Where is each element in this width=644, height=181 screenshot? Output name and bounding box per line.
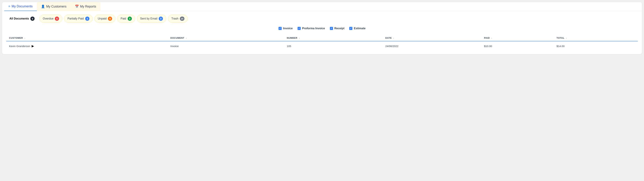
filter-overdue-label: Overdue <box>43 17 54 20</box>
doc-type-proforma-invoice[interactable]: Proforma Invoice <box>298 27 325 30</box>
cell-customer: Kevin Granderson ▶ <box>6 41 168 51</box>
doc-type-invoice-label: Invoice <box>283 27 293 30</box>
table-row[interactable]: Kevin Granderson ▶ Invoice 105 24/06/202… <box>6 41 638 51</box>
filter-tab-partially-paid[interactable]: Partially Paid 4 <box>64 15 92 23</box>
cell-total: $14.00 <box>554 41 638 51</box>
customers-icon: 👤 <box>41 4 45 8</box>
col-number-sort-icon: ↕ <box>299 37 300 39</box>
cell-paid: $10.00 <box>481 41 554 51</box>
tab-my-customers-label: My Customers <box>46 5 66 8</box>
filter-tab-sent-by-email[interactable]: Sent by Email 0 <box>137 15 166 23</box>
col-document-sort-icon: ↕ <box>186 37 187 39</box>
doc-type-estimate-label: Estimate <box>354 27 366 30</box>
filter-trash-label: Trash <box>171 17 178 20</box>
filter-partially-paid-badge: 4 <box>85 16 90 21</box>
top-tabs: ≡ My Documents 👤 My Customers 📅 My Repor… <box>2 2 642 11</box>
cell-document: Invoice <box>168 41 284 51</box>
filter-unpaid-badge: 6 <box>108 16 112 21</box>
filter-tab-paid[interactable]: Paid 3 <box>117 15 135 23</box>
filter-tab-overdue[interactable]: Overdue 6 <box>40 15 62 23</box>
doc-type-proforma-invoice-label: Proforma Invoice <box>302 27 325 30</box>
col-number-label: NUMBER <box>287 37 298 39</box>
reports-icon: 📅 <box>75 4 79 8</box>
filter-sent-by-email-label: Sent by Email <box>140 17 158 20</box>
filter-tab-all[interactable]: All Documents 9 <box>6 15 38 22</box>
doc-type-receipt-label: Receipt <box>334 27 344 30</box>
col-paid-sort-icon: ↕ <box>491 37 492 39</box>
tab-my-customers[interactable]: 👤 My Customers <box>37 2 71 11</box>
content-area: All Documents 9 Overdue 6 Partially Paid… <box>2 11 642 54</box>
filter-all-label: All Documents <box>10 17 29 20</box>
col-customer-label: CUSTOMER <box>9 37 23 39</box>
receipt-checkbox[interactable] <box>330 27 333 30</box>
col-header-number[interactable]: NUMBER ↕ <box>284 35 382 41</box>
tab-my-documents[interactable]: ≡ My Documents <box>4 2 37 11</box>
invoice-checkbox[interactable] <box>278 27 282 30</box>
col-header-date[interactable]: DATE ↕ <box>382 35 481 41</box>
proforma-invoice-checkbox[interactable] <box>298 27 301 30</box>
table-body: Kevin Granderson ▶ Invoice 105 24/06/202… <box>6 41 638 51</box>
documents-table: CUSTOMER ↕ DOCUMENT ↕ NUMBER ↕ DATE ↕ <box>6 35 638 51</box>
documents-icon: ≡ <box>8 4 10 8</box>
filter-unpaid-label: Unpaid <box>98 17 107 20</box>
cursor-icon: ▶ <box>32 44 34 48</box>
col-header-total[interactable]: TOTAL ↕ <box>554 35 638 41</box>
filter-tabs: All Documents 9 Overdue 6 Partially Paid… <box>6 15 638 23</box>
tab-my-documents-label: My Documents <box>12 4 33 8</box>
filter-partially-paid-label: Partially Paid <box>68 17 84 20</box>
filter-tab-unpaid[interactable]: Unpaid 6 <box>94 15 116 23</box>
table-header-row: CUSTOMER ↕ DOCUMENT ↕ NUMBER ↕ DATE ↕ <box>6 35 638 41</box>
main-container: ≡ My Documents 👤 My Customers 📅 My Repor… <box>2 2 642 54</box>
col-date-label: DATE <box>386 37 392 39</box>
cell-number: 105 <box>284 41 382 51</box>
filter-tab-trash[interactable]: Trash 25 <box>168 15 188 23</box>
doc-types: Invoice Proforma Invoice Receipt Estimat… <box>6 27 638 30</box>
col-document-label: DOCUMENT <box>170 37 184 39</box>
filter-all-badge: 9 <box>30 16 34 21</box>
estimate-checkbox[interactable] <box>349 27 352 30</box>
filter-sent-by-email-badge: 0 <box>159 16 163 21</box>
cell-date: 24/06/2022 <box>382 41 481 51</box>
col-total-label: TOTAL <box>556 37 564 39</box>
col-header-customer[interactable]: CUSTOMER ↕ <box>6 35 168 41</box>
col-date-sort-icon: ↕ <box>393 37 394 39</box>
filter-trash-badge: 25 <box>180 16 184 21</box>
col-header-document[interactable]: DOCUMENT ↕ <box>168 35 284 41</box>
filter-paid-label: Paid <box>120 17 126 20</box>
doc-type-invoice[interactable]: Invoice <box>278 27 293 30</box>
doc-type-receipt[interactable]: Receipt <box>330 27 344 30</box>
filter-paid-badge: 3 <box>128 16 132 21</box>
col-total-sort-icon: ↕ <box>566 37 567 39</box>
tab-my-reports[interactable]: 📅 My Reports <box>71 2 100 11</box>
tab-my-reports-label: My Reports <box>80 5 96 8</box>
col-header-paid[interactable]: PAID ↕ <box>481 35 554 41</box>
customer-name: Kevin Granderson <box>9 45 30 48</box>
col-customer-sort-icon: ↕ <box>24 37 26 39</box>
doc-type-estimate[interactable]: Estimate <box>349 27 366 30</box>
col-paid-label: PAID <box>484 37 490 39</box>
filter-overdue-badge: 6 <box>55 16 59 21</box>
